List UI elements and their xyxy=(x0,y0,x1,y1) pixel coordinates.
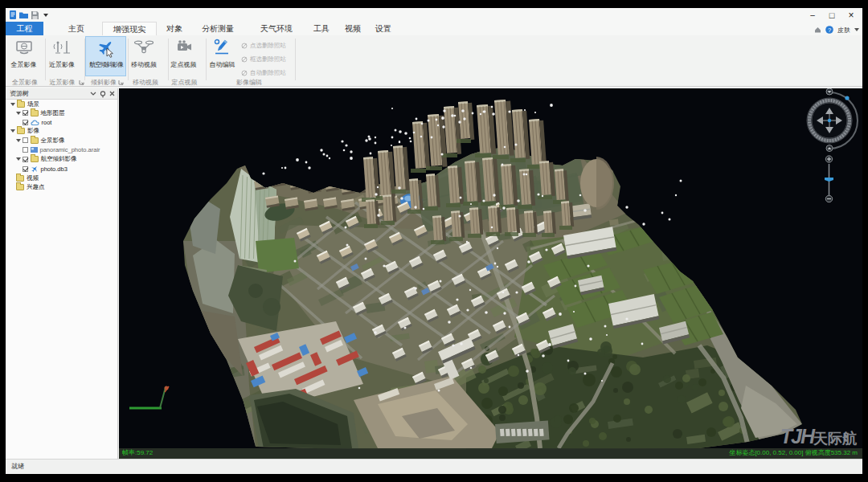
svg-text:?: ? xyxy=(828,27,831,34)
